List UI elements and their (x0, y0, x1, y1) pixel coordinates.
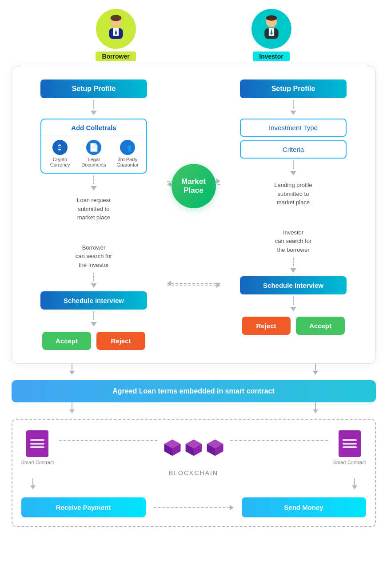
right-smart-contract-label: Smart Contract (333, 460, 366, 465)
left-arrow-to-contract (69, 364, 75, 375)
center-column: Market Place (167, 79, 220, 350)
receive-payment-button[interactable]: Receive Payment (21, 497, 146, 517)
smart-contract-bar: Agreed Loan terms embedded in smart cont… (12, 380, 376, 402)
right-arrow-to-contract (313, 364, 318, 375)
right-arrow-to-blockchain (313, 402, 318, 413)
investor-column: Setup Profile Investment Type Criteria (220, 79, 367, 350)
borrower-schedule-interview-button[interactable]: Schedule Interview (40, 291, 147, 310)
blockchain-cubes (163, 438, 225, 457)
investor-label: Investor (253, 52, 289, 61)
investor-persona: Investor (251, 9, 291, 61)
add-collaterals-box: Add Colletrals ₿ CryptoCurrency 📄 LegalD… (40, 119, 147, 174)
collateral-crypto: ₿ CryptoCurrency (46, 140, 75, 167)
investor-avatar (251, 9, 291, 49)
investment-type-button[interactable]: Investment Type (240, 119, 347, 137)
blockchain-label: BLOCKCHAIN (169, 469, 218, 477)
cube-3 (205, 438, 225, 457)
blockchain-row: Smart Contract (21, 430, 366, 465)
market-place-circle: Market Place (172, 164, 216, 208)
borrower-column: Setup Profile Add Colletrals ₿ CryptoCur… (21, 79, 167, 350)
borrower-setup-profile-button[interactable]: Setup Profile (40, 79, 147, 98)
left-arrow-to-blockchain (69, 402, 75, 413)
investor-schedule-interview-button[interactable]: Schedule Interview (240, 276, 347, 294)
investor-reject-button[interactable]: Reject (242, 317, 291, 335)
right-smart-contract: Smart Contract (333, 430, 366, 465)
cube-2 (184, 438, 203, 457)
left-doc-icon (26, 430, 48, 457)
borrower-accept-reject-row: Accept Reject (42, 332, 145, 350)
add-collaterals-title: Add Colletrals (41, 119, 146, 135)
svg-point-8 (266, 15, 277, 20)
left-smart-contract-label: Smart Contract (21, 460, 54, 465)
legal-icon: 📄 (86, 140, 101, 155)
blockchain-section: Smart Contract (12, 419, 376, 527)
collateral-guarantor-label: 3rd PartyGuarantor (116, 157, 139, 167)
guarantor-icon: 👥 (120, 140, 135, 155)
cube-1 (163, 438, 182, 457)
main-card: Setup Profile Add Colletrals ₿ CryptoCur… (12, 66, 376, 364)
borrower-search-text: Borrowercan search forthe Investor (49, 243, 138, 270)
left-smart-contract: Smart Contract (21, 430, 54, 465)
investor-setup-profile-button[interactable]: Setup Profile (240, 79, 347, 98)
collateral-guarantor: 👥 3rd PartyGuarantor (113, 140, 142, 167)
send-money-button[interactable]: Send Money (242, 497, 366, 517)
borrower-avatar (96, 9, 136, 49)
collateral-legal: 📄 LegalDocuments (80, 140, 108, 167)
right-arrow-to-payment (352, 478, 357, 489)
svg-point-1 (110, 15, 121, 21)
right-doc-icon (339, 430, 361, 457)
payment-dashed-arrow (150, 505, 237, 510)
borrower-accept-button[interactable]: Accept (42, 332, 91, 350)
collateral-legal-label: LegalDocuments (81, 157, 106, 167)
left-arrow-to-payment (30, 478, 36, 489)
borrower-reject-button[interactable]: Reject (96, 332, 145, 350)
borrower-persona: Borrower (96, 9, 136, 61)
crypto-icon: ₿ (52, 140, 68, 155)
investor-search-text: Investorcan search forthe borrower (249, 228, 338, 254)
borrower-label: Borrower (96, 52, 136, 61)
collateral-crypto-label: CryptoCurrency (50, 157, 70, 167)
investor-accept-button[interactable]: Accept (296, 317, 345, 335)
lending-profile-text: Lending profilesubmitted tomarket place (249, 181, 338, 207)
payment-row: Receive Payment Send Money (21, 497, 366, 517)
right-dashed-line (230, 440, 328, 441)
criteria-button[interactable]: Criteria (240, 140, 347, 159)
loan-request-text: Loan requestsubmitted tomarket place (49, 196, 138, 222)
investor-accept-reject-row: Reject Accept (242, 317, 345, 335)
left-dashed-line (59, 440, 157, 441)
